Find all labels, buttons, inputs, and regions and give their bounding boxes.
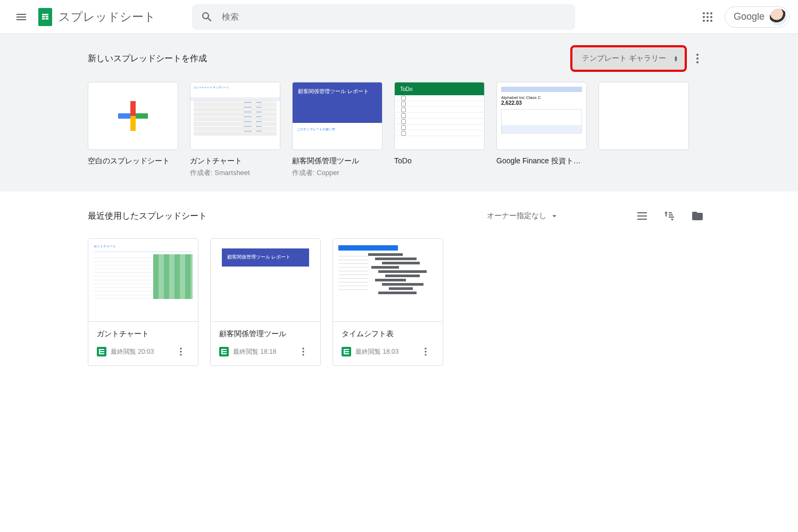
template-finance[interactable]: Alphabet Inc Class C 2,622.03 Google Fin… [496,82,587,178]
template-author: 作成者: Copper [292,168,383,178]
template-thumb: ガントチャート テンプレート [190,82,280,150]
app-header: スプレッドシート Google [0,0,798,34]
recent-heading: 最近使用したスプレッドシート [88,211,207,222]
doc-card[interactable]: 顧客関係管理ツール レポート 顧客関係管理ツール 最終閲覧 18:18 [210,238,321,366]
caret-down-icon [550,211,559,221]
svg-point-8 [710,20,712,22]
folder-icon [691,210,704,222]
owner-filter-dropdown[interactable]: オーナー指定なし [480,207,566,225]
template-title: 顧客関係管理ツール [292,156,383,166]
svg-point-20 [425,354,426,355]
user-avatar-icon [770,9,787,26]
svg-point-6 [703,20,705,22]
template-thumb [598,82,689,150]
recent-grid: ガントチャート ガントチャート 最終閲覧 20:03 [88,238,710,366]
doc-title: 顧客関係管理ツール [219,329,312,339]
template-gallery-button[interactable]: テンプレート ギャラリー ▲▼ [572,47,685,70]
more-vert-icon [420,346,431,357]
svg-point-7 [706,20,709,22]
svg-point-17 [302,354,304,355]
templates-header: 新しいスプレッドシートを作成 テンプレート ギャラリー ▲▼ [88,46,710,71]
templates-heading: 新しいスプレッドシートを作成 [88,53,207,64]
search-container [192,4,575,30]
search-icon [201,11,213,23]
doc-card[interactable]: ガントチャート ガントチャート 最終閲覧 20:03 [88,238,198,366]
svg-point-11 [696,61,699,63]
apps-button[interactable] [695,4,720,30]
svg-point-14 [180,354,181,355]
svg-point-16 [302,351,304,352]
template-title: ガントチャート [190,156,280,166]
doc-more-button[interactable] [295,343,312,360]
doc-card[interactable]: タイムシフト表 最終閲覧 18:03 [332,238,443,366]
google-account-badge[interactable]: Google [725,6,789,28]
more-vert-icon [176,346,186,357]
hamburger-icon [15,11,28,23]
template-thumb [88,82,178,150]
doc-more-button[interactable] [417,343,434,360]
sheets-file-icon [342,347,351,356]
template-blank[interactable]: 空白のスプレッドシート [88,82,178,178]
sheets-file-icon [219,347,229,356]
search-bar[interactable] [192,4,575,30]
search-input[interactable] [222,12,567,22]
open-picker-button[interactable] [685,203,710,229]
template-empty[interactable] [598,82,689,178]
svg-point-10 [696,57,699,60]
svg-point-0 [703,12,705,14]
doc-time: 最終閲覧 18:03 [355,347,398,356]
template-gallery-label: テンプレート ギャラリー [582,54,666,63]
owner-filter-label: オーナー指定なし [487,211,546,221]
sheets-logo-icon [38,8,52,26]
templates-section: 新しいスプレッドシートを作成 テンプレート ギャラリー ▲▼ 空白のスプレッドシ… [0,34,798,192]
templates-row: 空白のスプレッドシート ガントチャート テンプレート ガントチャート 作成者: … [88,82,710,178]
template-title: Google Finance 投資ト… [496,156,587,166]
more-vert-icon [691,52,704,65]
list-icon [636,210,649,222]
more-vert-icon [298,346,309,357]
main-menu-button[interactable] [9,4,34,30]
svg-point-18 [425,348,426,350]
svg-point-12 [180,348,181,350]
svg-point-19 [425,351,426,352]
doc-thumb: 顧客関係管理ツール レポート [211,239,320,322]
doc-title: ガントチャート [97,329,189,339]
doc-more-button[interactable] [172,343,189,360]
doc-thumb: ガントチャート [88,239,198,322]
doc-time: 最終閲覧 20:03 [111,347,154,356]
svg-point-5 [710,16,712,18]
app-title: スプレッドシート [59,9,156,25]
template-author: 作成者: Smartsheet [190,168,280,178]
template-thumb: Alphabet Inc Class C 2,622.03 [496,82,587,150]
template-thumb: ToDo [394,82,485,150]
list-view-button[interactable] [629,203,655,229]
svg-point-3 [703,16,705,18]
svg-point-13 [180,351,181,352]
svg-point-1 [706,12,709,14]
recent-section: 最近使用したスプレッドシート オーナー指定なし [0,192,798,378]
templates-more-button[interactable] [685,46,710,71]
template-thumb: 顧客関係管理ツール レポートこのテンプレートの使い方 [292,82,383,150]
template-todo[interactable]: ToDo ToDo [394,82,485,178]
template-crm[interactable]: 顧客関係管理ツール レポートこのテンプレートの使い方 顧客関係管理ツール 作成者… [292,82,383,178]
svg-point-4 [706,16,709,18]
doc-thumb [333,239,443,322]
svg-point-2 [710,12,712,14]
plus-icon [118,101,148,131]
recent-header: 最近使用したスプレッドシート オーナー指定なし [88,203,710,229]
svg-point-9 [696,54,699,56]
doc-title: タイムシフト表 [342,329,434,339]
sort-az-icon [663,210,676,222]
google-label: Google [734,11,764,22]
svg-point-15 [302,348,304,350]
doc-time: 最終閲覧 18:18 [233,347,276,356]
unfold-icon: ▲▼ [674,55,678,62]
template-gantt[interactable]: ガントチャート テンプレート ガントチャート 作成者: Smartsheet [190,82,280,178]
template-title: 空白のスプレッドシート [88,156,178,166]
apps-grid-icon [701,11,714,23]
sheets-file-icon [97,347,106,356]
template-title: ToDo [394,156,485,165]
sort-button[interactable] [657,203,683,229]
